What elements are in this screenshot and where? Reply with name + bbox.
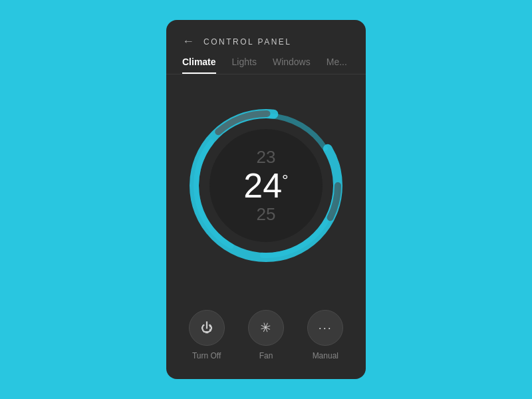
temp-above: 23 <box>257 148 276 166</box>
power-icon: ⏻ <box>201 321 213 335</box>
temp-display[interactable]: 23 24° 25 <box>209 129 323 242</box>
fan-wrap: ✳ Fan <box>248 310 284 360</box>
header: ← CONTROL PANEL <box>166 20 366 57</box>
tab-windows[interactable]: Windows <box>273 57 311 74</box>
manual-wrap: ··· Manual <box>307 310 343 360</box>
turn-off-button[interactable]: ⏻ <box>189 310 225 346</box>
ring-container[interactable]: 23 24° 25 <box>190 109 342 262</box>
fan-icon: ✳ <box>258 319 274 337</box>
temp-current: 24° <box>243 168 288 203</box>
bottom-controls: ⏻ Turn Off ✳ Fan ··· Manual <box>166 297 366 379</box>
nav-tabs: Climate Lights Windows Me... <box>166 57 366 74</box>
back-button[interactable]: ← <box>182 35 194 49</box>
page-title: CONTROL PANEL <box>203 37 292 47</box>
turn-off-label: Turn Off <box>192 351 221 360</box>
tab-lights[interactable]: Lights <box>232 57 257 74</box>
thermostat-area: 23 24° 25 <box>166 74 366 297</box>
fan-label: Fan <box>259 351 273 360</box>
temp-below: 25 <box>257 205 276 223</box>
more-icon: ··· <box>319 321 332 335</box>
tab-climate[interactable]: Climate <box>182 57 216 74</box>
turn-off-wrap: ⏻ Turn Off <box>189 310 225 360</box>
phone-card: ← CONTROL PANEL Climate Lights Windows M… <box>166 20 366 379</box>
manual-label: Manual <box>313 351 338 360</box>
manual-button[interactable]: ··· <box>307 310 343 346</box>
tab-media[interactable]: Me... <box>327 57 347 74</box>
fan-button[interactable]: ✳ <box>248 310 284 346</box>
